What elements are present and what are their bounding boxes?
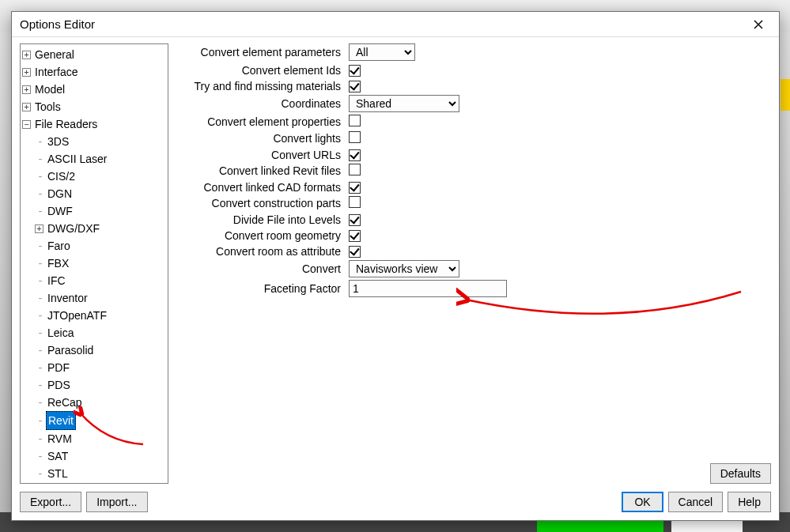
tree-item-label: FBX xyxy=(46,255,70,272)
tree-item-label: Inventor xyxy=(46,289,89,307)
dialog-footer: Export... Import... OK Cancel Help xyxy=(12,487,779,520)
tree-item[interactable]: -FBX xyxy=(21,255,168,272)
tree-item-label: STL xyxy=(46,465,70,482)
tree-item[interactable]: -Inventor xyxy=(21,289,168,307)
tree-item-label: 3DS xyxy=(46,133,70,150)
tree-branch-icon: - xyxy=(35,150,46,168)
tree-branch-icon: - xyxy=(35,324,46,341)
tree-item[interactable]: -PDF xyxy=(21,359,168,376)
tree-item-label: DWF xyxy=(46,202,74,220)
tree-item[interactable]: -VRML xyxy=(21,482,168,484)
dropdown[interactable]: Shared xyxy=(349,95,459,112)
checkbox[interactable] xyxy=(349,214,361,226)
checkbox[interactable] xyxy=(349,164,361,175)
checkbox[interactable] xyxy=(349,65,361,77)
tree-item[interactable]: -DGN xyxy=(21,185,168,202)
form-label: Convert xyxy=(176,262,342,275)
checkbox[interactable] xyxy=(349,115,361,126)
dropdown[interactable]: Navisworks view xyxy=(349,260,459,277)
tree-item[interactable]: +Interface xyxy=(21,63,168,81)
tree-branch-icon: - xyxy=(35,307,46,324)
form-label: Convert element properties xyxy=(176,115,342,128)
form-label: Convert URLs xyxy=(176,149,342,161)
titlebar: Options Editor xyxy=(12,12,779,37)
tree-item[interactable]: -Faro xyxy=(21,237,168,255)
tree-branch-icon: - xyxy=(35,185,46,202)
help-button[interactable]: Help xyxy=(728,492,771,512)
form-label: Coordinates xyxy=(176,97,342,110)
tree-expander-icon[interactable]: + xyxy=(22,68,31,77)
text-input[interactable] xyxy=(349,280,507,297)
tree-item-label: DGN xyxy=(46,185,74,202)
tree-item-label: Revit xyxy=(46,411,76,430)
tree-branch-icon: - xyxy=(35,289,46,307)
checkbox[interactable] xyxy=(349,230,361,242)
tree-item[interactable]: -DWF xyxy=(21,202,168,220)
form-label: Convert room as attribute xyxy=(176,245,342,258)
tree-item-label: Model xyxy=(33,81,66,98)
tree-expander-icon[interactable]: − xyxy=(22,120,31,129)
tree-branch-icon: - xyxy=(35,168,46,185)
tree-item[interactable]: -ASCII Laser xyxy=(21,150,168,168)
tree-item[interactable]: +DWG/DXF xyxy=(21,220,168,237)
checkbox[interactable] xyxy=(349,149,361,161)
tree-branch-icon: - xyxy=(35,394,46,411)
form-label: Try and find missing materials xyxy=(176,80,342,92)
tree-item[interactable]: +Tools xyxy=(21,98,168,115)
checkbox[interactable] xyxy=(349,81,361,92)
dropdown[interactable]: All xyxy=(349,43,415,61)
tree-item-label: PDS xyxy=(46,376,72,394)
tree-item[interactable]: -IFC xyxy=(21,272,168,289)
tree-item[interactable]: -RVM xyxy=(21,430,168,447)
tree-item-label: Leica xyxy=(46,324,75,341)
tree-item-label: General xyxy=(33,46,76,63)
tree-item-file-readers[interactable]: −File Readers xyxy=(21,115,168,133)
options-tree[interactable]: +General+Interface+Model+Tools−File Read… xyxy=(20,43,168,484)
tree-item[interactable]: -PDS xyxy=(21,376,168,394)
tree-item[interactable]: -3DS xyxy=(21,133,168,150)
defaults-button[interactable]: Defaults xyxy=(710,463,771,484)
tree-branch-icon: - xyxy=(35,255,46,272)
tree-item-label: ASCII Laser xyxy=(46,150,108,168)
cancel-button[interactable]: Cancel xyxy=(668,492,724,512)
checkbox[interactable] xyxy=(349,196,361,208)
tree-expander-icon[interactable]: + xyxy=(35,224,43,233)
checkbox[interactable] xyxy=(349,182,361,194)
tree-branch-icon: - xyxy=(35,133,46,150)
export-button[interactable]: Export... xyxy=(20,492,81,512)
dialog-title: Options Editor xyxy=(20,17,95,31)
tree-item[interactable]: -SAT xyxy=(21,447,168,465)
checkbox[interactable] xyxy=(349,131,361,143)
tree-item[interactable]: -Revit xyxy=(21,411,168,430)
tree-item-label: ReCap xyxy=(46,394,84,411)
import-button[interactable]: Import... xyxy=(86,492,147,512)
tree-item[interactable]: -CIS/2 xyxy=(21,168,168,185)
tree-expander-icon[interactable]: + xyxy=(22,51,31,59)
tree-expander-icon[interactable]: + xyxy=(22,103,31,111)
tree-item-label: File Readers xyxy=(33,115,99,133)
tree-branch-icon: - xyxy=(35,412,46,429)
tree-item-label: Interface xyxy=(33,63,79,81)
tree-item[interactable]: -JTOpenATF xyxy=(21,307,168,324)
tree-item[interactable]: +Model xyxy=(21,81,168,98)
tree-branch-icon: - xyxy=(35,237,46,255)
form-label: Convert linked Revit files xyxy=(176,164,342,177)
tree-item-label: Parasolid xyxy=(46,341,95,359)
options-form: Convert element parametersAllConvert ele… xyxy=(176,43,771,484)
tree-item-label: CIS/2 xyxy=(46,168,77,185)
tree-item[interactable]: +General xyxy=(21,46,168,63)
ok-button[interactable]: OK xyxy=(622,492,663,512)
tree-item[interactable]: -ReCap xyxy=(21,394,168,411)
tree-item[interactable]: -STL xyxy=(21,465,168,482)
tree-item-label: SAT xyxy=(46,447,70,465)
form-label: Divide File into Levels xyxy=(176,213,342,226)
tree-branch-icon: - xyxy=(35,482,46,484)
tree-branch-icon: - xyxy=(35,376,46,394)
checkbox[interactable] xyxy=(349,246,361,258)
close-icon xyxy=(754,20,763,29)
tree-item[interactable]: -Leica xyxy=(21,324,168,341)
tree-expander-icon[interactable]: + xyxy=(22,85,31,94)
form-label: Faceting Factor xyxy=(176,282,342,295)
tree-item[interactable]: -Parasolid xyxy=(21,341,168,359)
close-button[interactable] xyxy=(743,13,774,36)
